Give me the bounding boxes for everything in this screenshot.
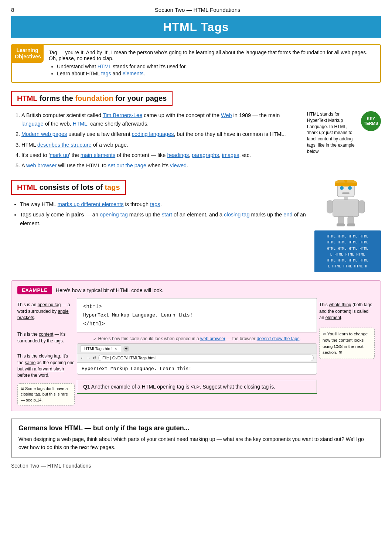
robot-svg: [322, 180, 374, 228]
learning-item-1: Understand what HTML stands for and what…: [57, 64, 374, 69]
code-line1: <html>: [83, 304, 311, 310]
footer-title: Germans love HTML — but only if the tags…: [18, 424, 374, 432]
tags-link[interactable]: tags: [101, 71, 111, 76]
section1-block: HTML forms the foundation for your pages…: [11, 91, 381, 172]
example-intro: Here's how a typical bit of HTML code wi…: [56, 287, 164, 293]
page-header: 8 Section Two — HTML Foundations: [11, 7, 381, 13]
tim-link[interactable]: Tim Berners-Lee: [103, 112, 142, 118]
section1-item5: A web browser will use the HTML to set o…: [21, 161, 303, 170]
footer-text: When designing a web page, think about w…: [18, 435, 374, 452]
svg-rect-12: [338, 216, 344, 225]
web-browser-link[interactable]: web browser: [26, 163, 57, 168]
example-label: EXAMPLE: [17, 286, 52, 294]
paragraphs-link[interactable]: paragraphs: [192, 152, 219, 158]
section1-item1: A British computer scientist called Tim …: [21, 111, 303, 128]
web-link[interactable]: Web: [221, 112, 232, 118]
structure-link[interactable]: describes the structure: [37, 142, 92, 148]
browser-desc: ↙ Here's how this code should look when …: [77, 336, 317, 341]
browser-tab-bar: HTMLTags.html × +: [77, 344, 317, 353]
svg-rect-6: [344, 197, 348, 200]
svg-rect-13: [348, 216, 354, 225]
browser-back[interactable]: ←: [80, 356, 84, 360]
example-row: EXAMPLE Here's how a typical bit of HTML…: [17, 286, 375, 294]
learning-tag: Learning Objectives: [11, 44, 44, 63]
browser-forward[interactable]: →: [86, 356, 91, 360]
html-tags-grid: HTML HTML HTML HTML HTML HTML HTML HTML …: [314, 230, 381, 272]
section2-list: The way HTML marks up different elements…: [11, 200, 309, 228]
right-label-element: This whole thing (both tags and the cont…: [319, 302, 375, 321]
language-link[interactable]: language: [21, 121, 44, 127]
section2-heading-tags: tags: [105, 183, 120, 191]
modern-pages-link[interactable]: Modern web pages: [21, 131, 67, 137]
svg-rect-3: [342, 192, 350, 194]
section2-block: HTML consists of lots of tags The way HT…: [11, 180, 381, 272]
elements-link[interactable]: elements: [123, 71, 144, 76]
tags-link2[interactable]: tags: [150, 201, 160, 207]
browser-address[interactable]: File | C:/CGP/HTMLTags.html: [98, 355, 314, 361]
main-elements-link[interactable]: main elements: [81, 152, 115, 158]
note-css: ≋ You'll learn to change how the content…: [319, 328, 375, 359]
section2-item2: Tags usually come in pairs — an opening …: [20, 211, 309, 228]
heading-part2: forms the: [37, 94, 75, 102]
header-title: Section Two — HTML Foundations: [14, 7, 381, 13]
svg-rect-9: [359, 201, 365, 213]
section1-heading: HTML forms the foundation for your pages: [11, 91, 173, 106]
section1-left: A British computer scientist called Tim …: [11, 111, 303, 172]
html-link[interactable]: HTML: [98, 64, 112, 69]
svg-rect-15: [347, 223, 355, 226]
diagram-right: This whole thing (both tags and the cont…: [319, 298, 375, 406]
svg-rect-7: [333, 200, 359, 216]
end-link[interactable]: end: [283, 212, 292, 218]
browser-refresh[interactable]: ↺: [93, 356, 96, 360]
diagram-center: <html> HyperText Markup Language. Learn …: [77, 298, 317, 406]
marks-up-link[interactable]: marks up different elements: [58, 201, 124, 207]
web-browser-link2[interactable]: web browser: [200, 336, 225, 341]
svg-rect-14: [337, 223, 345, 226]
section2-heading: HTML consists of lots of tags: [11, 180, 126, 195]
viewed-link[interactable]: viewed: [170, 163, 187, 168]
browser-new-tab[interactable]: +: [123, 346, 129, 352]
closing-tag-link[interactable]: closing tag: [224, 212, 249, 218]
browser-content: HyperText Markup Language. Learn this!: [77, 363, 317, 374]
section1-list: A British computer scientist called Tim …: [11, 111, 303, 170]
left-label-closing: This is the closing tag. It's the same a…: [17, 353, 75, 379]
markup-link[interactable]: mark up: [50, 152, 69, 158]
no-show-link[interactable]: doesn't show the tags: [257, 336, 300, 341]
browser-tab-label: HTMLTags.html: [84, 346, 112, 351]
svg-point-2: [348, 186, 352, 190]
q-text: Another example of a HTML opening tag is…: [90, 384, 275, 390]
start-link[interactable]: start: [162, 212, 172, 218]
learning-list: Understand what HTML stands for and what…: [49, 64, 374, 76]
set-out-link[interactable]: set out the page: [108, 163, 146, 168]
q-box: Q1 Another example of a HTML opening tag…: [77, 380, 317, 394]
code-diagram: This is an opening tag — a word surround…: [17, 298, 375, 406]
footer-section: Germans love HTML — but only if the tags…: [11, 418, 381, 458]
svg-rect-8: [327, 201, 333, 213]
browser-close-button[interactable]: ×: [115, 346, 117, 351]
section1-content: A British computer scientist called Tim …: [11, 111, 381, 172]
heading-html: HTML: [17, 94, 37, 102]
key-terms-text: HTML stands for HyperText Markup Languag…: [307, 111, 357, 155]
svg-rect-11: [335, 183, 357, 186]
page-title-banner: HTML Tags: [11, 16, 381, 38]
images-link[interactable]: images: [222, 152, 239, 158]
left-label-content: This is the content — it's surrounded by…: [17, 331, 75, 344]
learning-objectives-box: Learning Objectives Tag — you're It. And…: [11, 44, 381, 83]
section2-item1: The way HTML marks up different elements…: [20, 200, 309, 209]
section2-right: HTML HTML HTML HTML HTML HTML HTML HTML …: [314, 180, 381, 272]
robot-illustration: [314, 180, 381, 229]
opening-tag-link[interactable]: opening tag: [100, 212, 128, 218]
section1-item3: HTML describes the structure of a web pa…: [21, 141, 303, 149]
code-line3: </html>: [83, 321, 311, 327]
section1-item4: It's used to 'mark up' the main elements…: [21, 151, 303, 160]
learning-item-2: Learn about HTML tags and elements.: [57, 71, 374, 76]
left-label-opening: This is an opening tag — a word surround…: [17, 302, 75, 321]
browser-nav-bar: ← → ↺ File | C:/CGP/HTMLTags.html: [77, 353, 317, 363]
headings-link[interactable]: headings: [167, 152, 189, 158]
code-block: <html> HyperText Markup Language. Learn …: [77, 298, 317, 332]
section2-layout: HTML consists of lots of tags The way HT…: [11, 180, 381, 272]
coding-languages-link[interactable]: coding languages: [132, 131, 174, 137]
html-link2[interactable]: HTML: [73, 121, 87, 127]
svg-point-1: [340, 186, 344, 190]
section1-item2: Modern web pages usually use a few diffe…: [21, 130, 303, 138]
